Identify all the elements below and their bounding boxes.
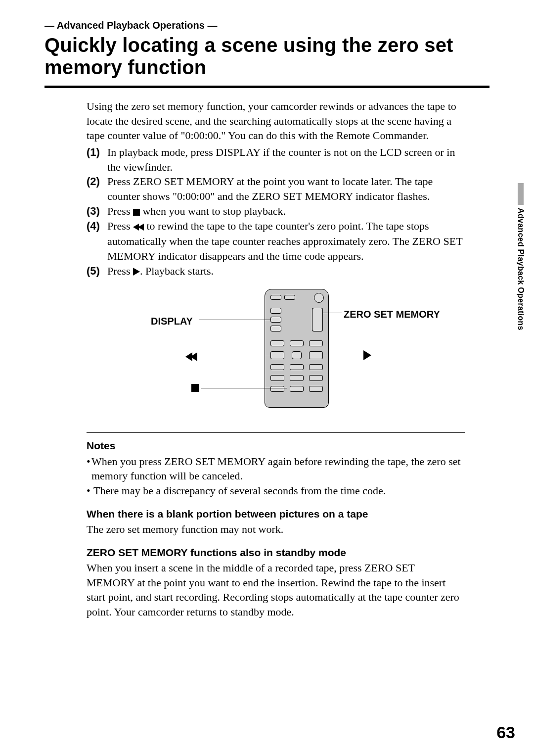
stop-icon bbox=[191, 384, 199, 392]
play-icon bbox=[363, 350, 371, 360]
leader-line bbox=[201, 355, 270, 355]
step-num: (5) bbox=[87, 264, 107, 279]
step-text-post: when you want to stop playback. bbox=[140, 205, 286, 217]
leader-line bbox=[201, 388, 287, 388]
step-num: (3) bbox=[87, 204, 107, 219]
page-title: Quickly locating a scene using the zero … bbox=[44, 34, 490, 84]
standby-body: When you insert a scene in the middle of… bbox=[87, 561, 465, 619]
intro-paragraph: Using the zero set memory function, your… bbox=[87, 99, 465, 143]
step-text-pre: Press bbox=[107, 265, 133, 277]
tab-stub bbox=[518, 183, 524, 205]
play-icon bbox=[133, 268, 140, 276]
step-text-post: to rewind the tape to the tape counter's… bbox=[107, 220, 462, 262]
rewind-icon bbox=[185, 350, 195, 365]
note-bullet: When you press ZERO SET MEMORY again bef… bbox=[91, 454, 465, 483]
step-text-pre: Press bbox=[107, 205, 133, 217]
step-text: In playback mode, press DISPLAY if the c… bbox=[107, 146, 455, 173]
page-number: 63 bbox=[496, 723, 515, 742]
notes-rule bbox=[87, 432, 465, 433]
standby-heading: ZERO SET MEMORY functions also in standb… bbox=[87, 546, 465, 560]
step-1: (1) In playback mode, press DISPLAY if t… bbox=[87, 145, 465, 174]
step-4: (4) Press to rewind the tape to the tape… bbox=[87, 219, 465, 264]
step-num: (1) bbox=[87, 145, 107, 174]
notes-bullets: •When you press ZERO SET MEMORY again be… bbox=[87, 454, 465, 498]
step-num: (2) bbox=[87, 174, 107, 203]
remote-diagram: DISPLAY ZERO SET MEMORY bbox=[87, 289, 465, 418]
blank-portion-body: The zero set memory function may not wor… bbox=[87, 522, 465, 537]
step-text-post: . Playback starts. bbox=[140, 265, 214, 277]
notes-heading: Notes bbox=[87, 439, 465, 453]
side-section-tab: Advanced Playback Operations bbox=[516, 183, 525, 331]
zero-set-memory-label: ZERO SET MEMORY bbox=[344, 308, 440, 321]
step-text-pre: Press bbox=[107, 220, 133, 232]
step-text: Press ZERO SET MEMORY at the point you w… bbox=[107, 175, 433, 202]
leader-line bbox=[323, 355, 361, 355]
stop-icon bbox=[133, 209, 140, 216]
step-num: (4) bbox=[87, 219, 107, 264]
leader-line bbox=[199, 320, 270, 320]
leader-line bbox=[323, 313, 342, 313]
display-label: DISPLAY bbox=[151, 315, 193, 328]
section-tag: — Advanced Playback Operations — bbox=[44, 20, 490, 31]
remote-commander bbox=[265, 289, 329, 408]
title-rule bbox=[44, 86, 490, 88]
step-5: (5) Press . Playback starts. bbox=[87, 264, 465, 279]
rewind-icon bbox=[133, 220, 144, 235]
side-tab-text: Advanced Playback Operations bbox=[516, 208, 525, 331]
step-3: (3) Press when you want to stop playback… bbox=[87, 204, 465, 219]
procedure-steps: (1) In playback mode, press DISPLAY if t… bbox=[87, 145, 465, 278]
note-bullet: There may be a discrepancy of several se… bbox=[93, 483, 386, 498]
blank-portion-heading: When there is a blank portion between pi… bbox=[87, 507, 465, 521]
step-2: (2) Press ZERO SET MEMORY at the point y… bbox=[87, 174, 465, 203]
